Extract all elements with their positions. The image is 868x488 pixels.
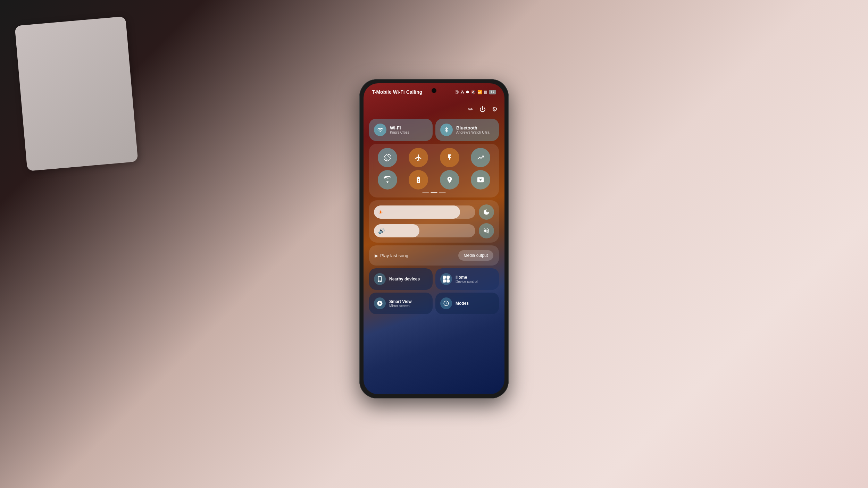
dot-1 (422, 192, 429, 193)
location-tile[interactable] (440, 170, 459, 190)
home-grid-icon (443, 276, 450, 283)
play-last-song[interactable]: ▶ Play last song (375, 253, 408, 258)
moon-icon (483, 209, 490, 216)
volume-icon: 🔊 (378, 228, 385, 234)
bluetooth-subtitle: Andrew's Watch Ultra (456, 131, 489, 134)
edit-row: ✏ ⏻ ⚙ (369, 104, 499, 116)
mute-button[interactable] (479, 223, 494, 238)
bottom-row-2: Smart View Mirror screen (369, 293, 499, 314)
home-text: Home Device control (456, 275, 477, 284)
wifi-text: Wi-Fi King's Cross (390, 125, 409, 134)
cast-tile[interactable] (378, 170, 397, 190)
dot-3 (439, 192, 446, 193)
modes-icon-circle (440, 297, 452, 309)
wifi-tile[interactable]: Wi-Fi King's Cross (369, 119, 433, 141)
modes-text: Modes (456, 301, 469, 306)
flashlight-tile[interactable] (440, 148, 459, 167)
airplane-mode-tile[interactable] (409, 148, 428, 167)
battery-saver-tile[interactable] (409, 170, 428, 190)
bars-icon: ||| (484, 90, 487, 94)
phone-body: T-Mobile Wi-Fi Calling Ⓝ ⁂ ✱ 🔇 📶 ||| 17 … (359, 79, 509, 398)
media-bar: ▶ Play last song Media output (369, 245, 499, 266)
page-indicators (373, 192, 495, 193)
nearby-devices-tile[interactable]: Nearby devices (369, 268, 433, 290)
modes-icon (443, 300, 449, 306)
grid-section (369, 144, 499, 197)
screen-record-tile[interactable] (471, 170, 490, 190)
nearby-devices-text: Nearby devices (389, 277, 420, 281)
sliders-section: ☀ 🔊 (369, 200, 499, 243)
auto-rotate-icon (384, 154, 391, 161)
mute-icon: 🔇 (471, 90, 476, 94)
auto-rotate-tile[interactable] (378, 148, 397, 167)
wifi-icon-circle (374, 124, 386, 136)
smart-view-title: Smart View (389, 299, 411, 304)
bluetooth-text: Bluetooth Andrew's Watch Ultra (456, 125, 489, 134)
bottom-tiles: Nearby devices (369, 268, 499, 314)
night-mode-button[interactable] (479, 204, 494, 220)
nearby-devices-icon (377, 276, 383, 282)
bluetooth-status-icon: ✱ (466, 90, 469, 94)
bottom-row-1: Nearby devices (369, 268, 499, 290)
edit-icon[interactable]: ✏ (468, 106, 473, 113)
bluetooth-title: Bluetooth (456, 125, 489, 131)
brightness-row: ☀ (374, 204, 494, 220)
nearby-devices-title: Nearby devices (389, 277, 420, 281)
data-icon: ⁂ (460, 90, 464, 94)
wifi-icon (377, 127, 383, 133)
bluetooth-icon (443, 127, 450, 133)
play-text: Play last song (380, 253, 408, 258)
media-output-button[interactable]: Media output (458, 250, 493, 261)
home-subtitle: Device control (456, 280, 477, 284)
bluetooth-icon-circle (440, 124, 453, 136)
smart-view-icon (377, 300, 383, 306)
data-saver-icon (477, 154, 484, 161)
status-icons: Ⓝ ⁂ ✱ 🔇 📶 ||| 17 (455, 90, 496, 95)
brightness-icon: ☀ (378, 209, 383, 216)
smart-view-subtitle: Mirror screen (389, 304, 411, 308)
home-icon-circle (440, 273, 452, 285)
brightness-fill (374, 205, 460, 219)
power-icon[interactable]: ⏻ (479, 106, 486, 113)
modes-tile[interactable]: Modes (435, 293, 499, 314)
smart-view-tile[interactable]: Smart View Mirror screen (369, 293, 433, 314)
location-icon (446, 176, 453, 184)
mute-icon (483, 227, 490, 234)
home-tile[interactable]: Home Device control (435, 268, 499, 290)
nfc-icon: Ⓝ (455, 90, 459, 95)
camera-notch (432, 88, 436, 93)
modes-title: Modes (456, 301, 469, 306)
bluetooth-tile[interactable]: Bluetooth Andrew's Watch Ultra (435, 119, 499, 141)
quick-settings-panel: ✏ ⏻ ⚙ Wi-Fi King's Cross (364, 101, 504, 394)
brightness-slider[interactable]: ☀ (374, 205, 475, 219)
wifi-title: Wi-Fi (390, 125, 409, 131)
play-icon: ▶ (375, 253, 378, 258)
toggle-row: Wi-Fi King's Cross Bluetooth Andrew' (369, 119, 499, 141)
grid-row-1 (373, 148, 495, 167)
phone-container: T-Mobile Wi-Fi Calling Ⓝ ⁂ ✱ 🔇 📶 ||| 17 … (359, 79, 509, 398)
settings-icon[interactable]: ⚙ (492, 106, 498, 113)
data-saver-tile[interactable] (471, 148, 490, 167)
background-tablet (15, 16, 138, 171)
phone-screen: T-Mobile Wi-Fi Calling Ⓝ ⁂ ✱ 🔇 📶 ||| 17 … (364, 83, 504, 394)
grid-row-2 (373, 170, 495, 190)
carrier-text: T-Mobile Wi-Fi Calling (372, 89, 422, 95)
volume-row: 🔊 (374, 223, 494, 238)
volume-slider[interactable]: 🔊 (374, 224, 475, 237)
screen-record-icon (477, 176, 484, 184)
smart-view-icon-circle (374, 297, 386, 309)
dot-2 (431, 192, 437, 193)
home-title: Home (456, 275, 477, 280)
smart-view-text: Smart View Mirror screen (389, 299, 411, 308)
wifi-subtitle: King's Cross (390, 131, 409, 134)
battery-badge: 17 (489, 90, 496, 94)
signal-icon: 📶 (477, 90, 482, 94)
nearby-devices-icon-circle (374, 273, 386, 285)
cast-icon (384, 176, 391, 184)
airplane-icon (415, 154, 422, 161)
battery-saver-icon (415, 176, 422, 184)
flashlight-icon (446, 154, 453, 161)
